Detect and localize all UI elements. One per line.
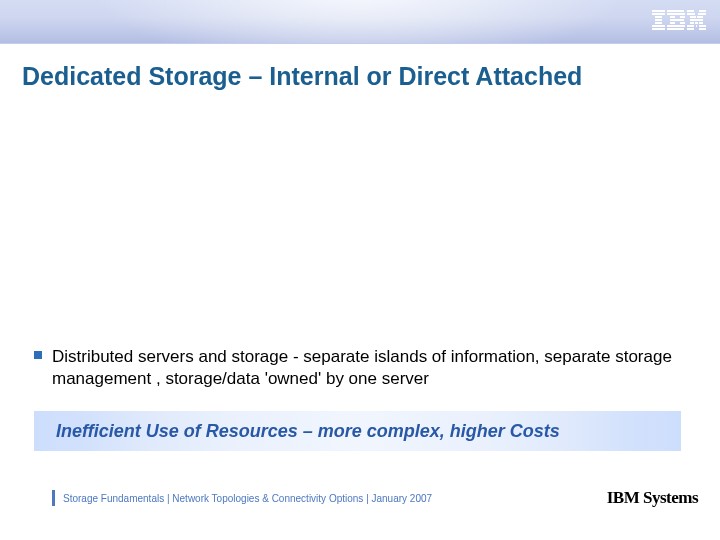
svg-rect-20 <box>690 16 696 18</box>
top-banner-highlight <box>0 0 720 43</box>
footer-text: Storage Fundamentals | Network Topologie… <box>63 493 432 504</box>
svg-rect-28 <box>699 25 706 27</box>
svg-rect-6 <box>652 28 665 30</box>
svg-rect-9 <box>670 16 675 18</box>
svg-rect-22 <box>690 19 703 21</box>
svg-rect-10 <box>680 16 685 18</box>
svg-rect-26 <box>687 25 694 27</box>
svg-rect-30 <box>699 28 706 30</box>
svg-rect-16 <box>687 10 694 12</box>
slide-root: Dedicated Storage – Internal or Direct A… <box>0 0 720 540</box>
svg-rect-27 <box>696 25 697 27</box>
svg-rect-4 <box>655 22 662 24</box>
svg-rect-5 <box>652 25 665 27</box>
svg-rect-18 <box>687 13 695 15</box>
footer-tick-icon <box>52 490 55 506</box>
svg-rect-23 <box>690 22 694 24</box>
svg-rect-11 <box>670 19 684 21</box>
ibm-logo <box>652 10 706 32</box>
svg-rect-21 <box>697 16 703 18</box>
svg-rect-19 <box>698 13 706 15</box>
callout-text: Inefficient Use of Resources – more comp… <box>56 421 560 442</box>
callout-bar: Inefficient Use of Resources – more comp… <box>34 411 681 451</box>
ibm-systems-label: IBM Systems <box>607 488 698 508</box>
svg-rect-12 <box>670 22 675 24</box>
top-banner <box>0 0 720 44</box>
svg-rect-0 <box>652 10 665 12</box>
svg-rect-8 <box>667 13 685 15</box>
bullet-item: Distributed servers and storage - separa… <box>34 346 688 390</box>
svg-rect-13 <box>680 22 685 24</box>
svg-rect-2 <box>655 16 662 18</box>
footer: Storage Fundamentals | Network Topologie… <box>52 490 432 506</box>
square-bullet-icon <box>34 351 42 359</box>
svg-rect-29 <box>687 28 694 30</box>
ibm-logo-icon <box>652 10 706 32</box>
slide-title: Dedicated Storage – Internal or Direct A… <box>0 44 720 91</box>
svg-rect-14 <box>667 25 685 27</box>
svg-rect-3 <box>655 19 662 21</box>
svg-rect-17 <box>699 10 706 12</box>
svg-rect-25 <box>699 22 703 24</box>
svg-rect-1 <box>652 13 665 15</box>
slide-body: Distributed servers and storage - separa… <box>34 346 688 390</box>
bullet-text: Distributed servers and storage - separa… <box>52 346 688 390</box>
svg-rect-24 <box>695 22 698 24</box>
svg-rect-15 <box>667 28 684 30</box>
svg-rect-7 <box>667 10 684 12</box>
